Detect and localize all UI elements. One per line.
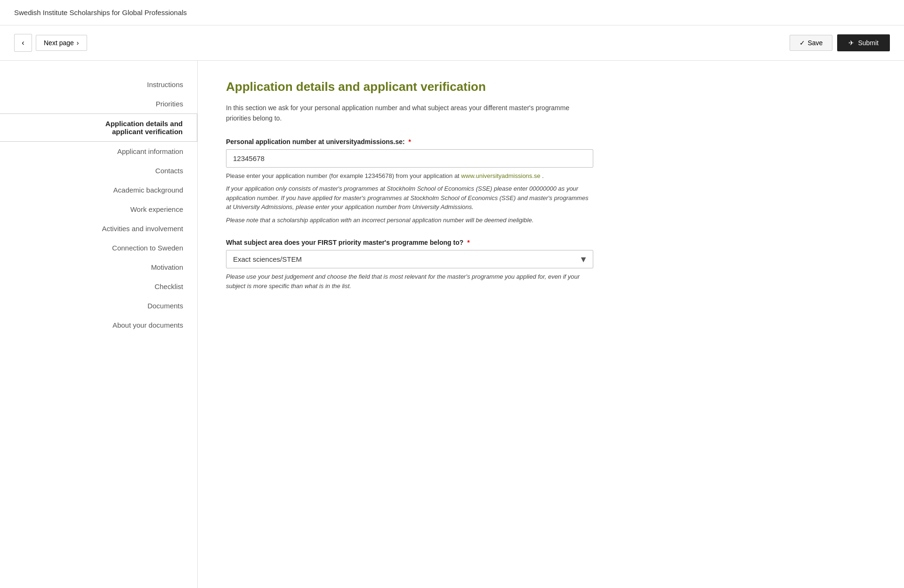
personal-application-number-warning: Please note that a scholarship applicati… (226, 216, 593, 225)
section-title: Application details and applicant verifi… (226, 80, 593, 94)
section-intro: In this section we ask for your personal… (226, 103, 593, 124)
toolbar-left: ‹ Next page › (14, 34, 87, 52)
sidebar-item-application-details[interactable]: Application details andapplicant verific… (0, 113, 197, 142)
first-priority-subject-group: What subject area does your FIRST priori… (226, 239, 593, 290)
university-admissions-link[interactable]: www.universityadmissions.se (461, 172, 540, 179)
next-page-label: Next page (44, 39, 74, 47)
app-title: Swedish Institute Scholarships for Globa… (14, 8, 187, 16)
sidebar-item-work-experience[interactable]: Work experience (0, 200, 197, 219)
required-star-2: * (467, 239, 469, 246)
sidebar-item-applicant-information[interactable]: Applicant information (0, 142, 197, 161)
submit-button[interactable]: ✈ Submit (837, 34, 890, 51)
first-priority-subject-select[interactable]: Exact sciences/STEM Social sciences Huma… (226, 250, 593, 268)
sidebar-item-instructions[interactable]: Instructions (0, 75, 197, 94)
page-layout: Instructions Priorities Application deta… (0, 61, 904, 588)
sidebar-item-documents[interactable]: Documents (0, 296, 197, 315)
submit-icon: ✈ (848, 39, 854, 47)
sidebar-item-activities-involvement[interactable]: Activities and involvement (0, 219, 197, 238)
sidebar: Instructions Priorities Application deta… (0, 61, 198, 588)
save-icon: ✓ (799, 39, 805, 47)
save-label: Save (808, 39, 823, 47)
sidebar-item-contacts[interactable]: Contacts (0, 161, 197, 180)
first-priority-subject-label: What subject area does your FIRST priori… (226, 239, 593, 246)
sidebar-item-about-documents[interactable]: About your documents (0, 315, 197, 335)
main-content: Application details and applicant verifi… (198, 61, 622, 588)
submit-label: Submit (858, 39, 879, 47)
sidebar-item-connection-sweden[interactable]: Connection to Sweden (0, 238, 197, 258)
sidebar-item-motivation[interactable]: Motivation (0, 258, 197, 277)
prev-icon: ‹ (22, 39, 24, 47)
required-star-1: * (409, 138, 411, 145)
first-priority-subject-hint: Please use your best judgement and choos… (226, 272, 593, 290)
sidebar-item-academic-background[interactable]: Academic background (0, 180, 197, 200)
personal-application-number-hint-italic: If your application only consists of mas… (226, 184, 593, 212)
sidebar-item-checklist[interactable]: Checklist (0, 277, 197, 296)
personal-application-number-input[interactable] (226, 149, 593, 168)
personal-application-number-hint: Please enter your application number (fo… (226, 171, 593, 181)
app-header: Swedish Institute Scholarships for Globa… (0, 0, 904, 25)
prev-button[interactable]: ‹ (14, 34, 32, 52)
personal-application-number-group: Personal application number at universit… (226, 138, 593, 225)
sidebar-item-priorities[interactable]: Priorities (0, 94, 197, 113)
save-button[interactable]: ✓ Save (790, 35, 833, 51)
toolbar-right: ✓ Save ✈ Submit (790, 34, 890, 51)
next-page-button[interactable]: Next page › (36, 35, 87, 51)
toolbar: ‹ Next page › ✓ Save ✈ Submit (0, 25, 904, 61)
next-icon: › (77, 39, 79, 47)
first-priority-subject-wrapper: Exact sciences/STEM Social sciences Huma… (226, 250, 593, 268)
personal-application-number-label: Personal application number at universit… (226, 138, 593, 145)
